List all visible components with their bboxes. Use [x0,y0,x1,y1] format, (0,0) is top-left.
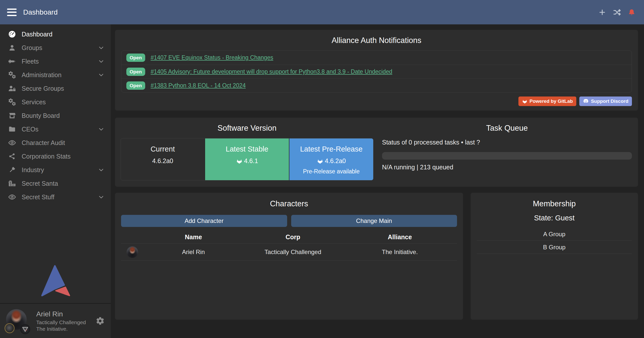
task-queue-section: Task Queue Status of 0 processed tasks •… [376,118,638,187]
user-lock-icon [7,84,17,92]
eye-icon [7,139,17,147]
membership-state: State: Guest [477,214,632,222]
sidebar-item-label: Services [22,99,46,106]
sidebar-item-secure-groups[interactable]: Secure Groups [0,82,111,95]
chevron-down-icon [98,194,104,200]
sidebar-item-label: Industry [22,166,44,174]
sidebar-item-corporation-stats[interactable]: Corporation Stats [0,150,111,163]
notifications-title: Alliance Auth Notifications [121,36,632,45]
table-row: Ariel Rin Tactically Challenged The Init… [121,244,457,261]
sidebar-item-character-audit[interactable]: Character Audit [0,136,111,150]
software-version-title: Software Version [121,124,373,133]
gitlab-icon [236,158,243,164]
notification-link[interactable]: #1405 Advisory: Future development will … [151,68,392,75]
folder-icon [7,125,17,133]
sidebar-item-industry[interactable]: Industry [0,163,111,177]
sidebar-item-secret-stuff[interactable]: Secret Stuff [0,190,111,204]
user-panel: Ariel Rin Tactically Challenged The Init… [0,303,111,338]
sidebar-item-label: Fleets [22,58,39,65]
store-icon [7,112,17,119]
menu-icon[interactable] [7,9,17,16]
chevron-down-icon [98,126,104,132]
version-cell-latest-prerelease: Latest Pre-Release 4.6.2a0 Pre-Release a… [289,138,373,180]
status-badge: Open [126,54,145,62]
page-title: Dashboard [23,8,58,16]
sidebar-item-services[interactable]: Services [0,95,111,109]
sidebar-item-label: Character Audit [22,139,65,147]
change-main-button[interactable]: Change Main [291,215,457,227]
task-queue-title: Task Queue [382,124,632,133]
status-badge: Open [126,68,145,76]
discord-icon [583,98,589,104]
jet-icon [7,57,17,66]
notifications-list: Open #1407 EVE Equinox Status - Breaking… [121,51,632,92]
shuffle-icon[interactable] [613,8,621,17]
notification-row: Open #1405 Advisory: Future development … [121,65,632,78]
notification-row: Open #1407 EVE Equinox Status - Breaking… [121,51,632,65]
gifts-icon [7,179,17,187]
software-taskqueue-panel: Software Version Current 4.6.2a0 Latest … [115,118,638,187]
chevron-down-icon [98,58,104,64]
sidebar-item-bounty-board[interactable]: Bounty Board [0,109,111,122]
notifications-panel: Alliance Auth Notifications Open #1407 E… [115,30,638,111]
bell-icon[interactable] [628,9,635,16]
chevron-down-icon [98,45,104,51]
user-alliance: The Initiative. [36,326,86,332]
character-avatar [127,246,138,258]
sidebar-item-ceos[interactable]: CEOs [0,122,111,136]
share-icon [7,153,17,160]
gitlab-icon [522,99,527,104]
sidebar-item-fleets[interactable]: Fleets [0,55,111,68]
status-badge: Open [126,81,145,90]
list-item-group: A Group [477,228,632,241]
version-cell-current: Current 4.6.2a0 [121,138,205,180]
settings-gear-icon[interactable] [96,316,105,325]
sidebar-item-label: Bounty Board [22,112,60,119]
gitlab-icon [317,158,323,164]
sidebar-item-label: Secret Santa [22,180,58,187]
support-discord-badge[interactable]: Support Discord [579,96,632,106]
sidebar: Dashboard Groups Fleets Ad [0,24,111,338]
character-corp: Tactically Challenged [243,249,343,256]
sidebar-item-dashboard[interactable]: Dashboard [0,27,111,41]
add-character-button[interactable]: Add Character [121,215,287,227]
characters-table-header: Name Corp Alliance [121,230,457,244]
notification-row: Open #1383 Python 3.8 EOL - 14 Oct 2024 [121,78,632,92]
sidebar-item-administration[interactable]: Administration [0,68,111,82]
list-item-group: B Group [477,241,632,254]
membership-panel: Membership State: Guest A Group B Group [471,193,638,320]
navbar-actions [598,8,635,17]
dashboard-icon [7,30,17,38]
alliance-auth-logo [0,265,111,303]
notification-link[interactable]: #1383 Python 3.8 EOL - 14 Oct 2024 [151,82,246,89]
corp-logo-badge [5,323,15,333]
sidebar-item-label: Administration [22,71,61,79]
character-alliance: The Initiative. [343,249,457,256]
characters-panel: Characters Add Character Change Main Nam… [115,193,463,320]
task-queue-counts: N/A running | 213 queued [382,164,632,171]
sidebar-item-label: Groups [22,44,42,52]
sidebar-item-secret-santa[interactable]: Secret Santa [0,177,111,190]
notification-link[interactable]: #1407 EVE Equinox Status - Breaking Chan… [151,54,273,61]
sidebar-item-label: CEOs [22,126,39,133]
hammer-icon [7,166,17,174]
gears-icon [7,71,17,79]
plus-icon[interactable] [598,8,606,16]
main-content: Alliance Auth Notifications Open #1407 E… [111,24,644,338]
column-header-corp: Corp [243,233,343,241]
alliance-logo-badge [20,324,30,334]
eye-icon [7,193,17,201]
software-version-section: Software Version Current 4.6.2a0 Latest … [115,118,376,187]
membership-title: Membership [477,199,632,208]
version-cell-latest-stable: Latest Stable 4.6.1 [205,138,289,180]
sidebar-item-label: Corporation Stats [22,153,71,160]
user-corporation: Tactically Challenged [36,319,86,326]
user-icon [7,44,17,52]
sidebar-item-groups[interactable]: Groups [0,41,111,55]
powered-by-gitlab-badge[interactable]: Powered by GitLab [518,96,576,106]
column-header-alliance: Alliance [343,233,457,241]
task-queue-status: Status of 0 processed tasks • last ? [382,139,632,146]
task-progress-bar [382,152,632,160]
alliance-auth-app: Dashboard Dashboard Groups [0,0,644,338]
character-name: Ariel Rin [144,249,243,256]
